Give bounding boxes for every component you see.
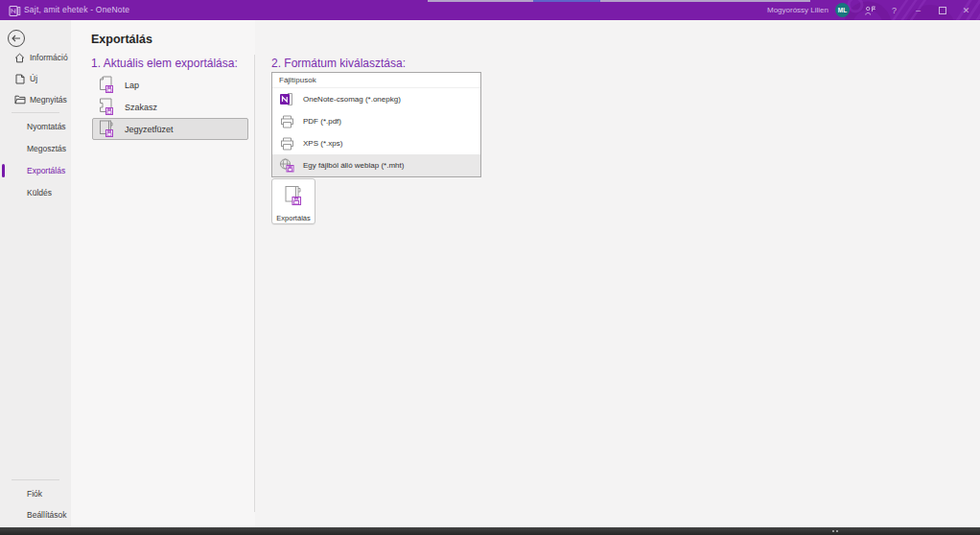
title-bar: Sajt, amit ehetek - OneNote Mogyoróssy L… [0, 0, 980, 20]
backstage-rail: Információ Új Megnyitás Nyomtatás Megosz… [0, 20, 71, 527]
page-title: Exportálás [91, 33, 152, 46]
help-icon[interactable]: ? [882, 0, 906, 20]
feedback-icon[interactable] [858, 0, 882, 20]
format-row-xps[interactable]: XPS (*.xps) [272, 132, 480, 154]
page-icon [98, 76, 115, 94]
notebook-icon [98, 120, 115, 138]
export-button[interactable]: Exportálás [271, 178, 315, 224]
export-scope-list: Lap Szakasz [92, 74, 248, 140]
close-icon[interactable]: ✕ [954, 0, 978, 20]
format-row-pdf[interactable]: PDF (*.pdf) [272, 110, 480, 132]
export-page: Exportálás 1. Aktuális elem exportálása:… [71, 20, 980, 527]
rail-item-open[interactable]: Megnyitás [0, 89, 71, 110]
export-button-label: Exportálás [276, 214, 310, 222]
home-icon [12, 53, 27, 63]
rail-item-print[interactable]: Nyomtatás [0, 116, 71, 137]
rail-item-share[interactable]: Megosztás [0, 138, 71, 159]
printer-icon [279, 137, 294, 151]
onenote-package-icon [279, 92, 294, 106]
file-type-header: Fájltípusok [272, 73, 480, 88]
new-document-icon [12, 74, 27, 84]
avatar[interactable]: ML [835, 3, 850, 17]
rail-footer-separator [12, 479, 59, 480]
back-button[interactable] [8, 30, 25, 47]
format-row-onepkg[interactable]: OneNote-csomag (*.onepkg) [272, 88, 480, 110]
rail-item-info[interactable]: Információ [0, 47, 71, 68]
minimize-icon[interactable]: – [906, 0, 930, 20]
rail-item-new[interactable]: Új [0, 68, 71, 89]
column-divider [254, 55, 255, 512]
rail-separator [12, 112, 59, 113]
export-notebook-icon [284, 185, 303, 210]
maximize-icon[interactable] [930, 0, 954, 20]
taskbar-dots [832, 530, 838, 532]
scope-item-page[interactable]: Lap [92, 74, 248, 96]
scope-item-notebook[interactable]: Jegyzetfüzet [92, 118, 248, 140]
search-bar-clipped [428, 0, 810, 2]
window-title: Sajt, amit ehetek - OneNote [24, 0, 129, 20]
file-type-listbox: Fájltípusok OneNote-csomag (*.onepkg) [271, 72, 481, 177]
onenote-app-icon [9, 4, 21, 20]
rail-item-export[interactable]: Exportálás [0, 160, 71, 181]
rail-item-settings[interactable]: Beállítások [0, 504, 71, 525]
taskbar-strip [0, 527, 980, 535]
format-row-mht[interactable]: Egy fájlból álló weblap (*.mht) [272, 154, 480, 176]
app-window: Sajt, amit ehetek - OneNote Mogyoróssy L… [0, 0, 980, 535]
rail-item-account[interactable]: Fiók [0, 483, 71, 504]
section1-heading: 1. Aktuális elem exportálása: [91, 57, 238, 70]
web-page-save-icon [279, 158, 294, 173]
account-user-name[interactable]: Mogyoróssy Lilien [767, 6, 828, 14]
rail-item-send[interactable]: Küldés [0, 182, 71, 203]
section2-heading: 2. Formátum kiválasztása: [271, 57, 406, 70]
open-folder-icon [12, 95, 27, 105]
printer-icon [279, 115, 294, 128]
section-icon [98, 98, 115, 116]
scope-item-section[interactable]: Szakasz [92, 96, 248, 118]
